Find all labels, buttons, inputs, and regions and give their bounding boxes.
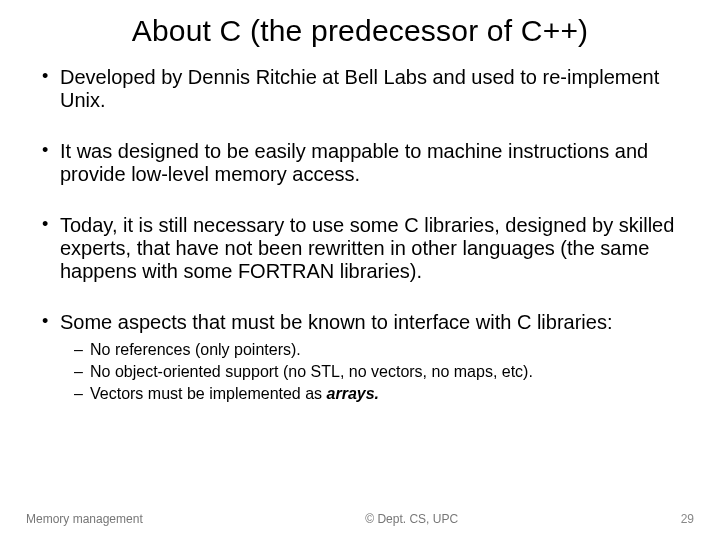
sub-bullet-text: Vectors must be implemented as xyxy=(90,385,327,402)
bullet-text: Today, it is still necessary to use some… xyxy=(60,214,674,282)
bullet-text: It was designed to be easily mappable to… xyxy=(60,140,648,185)
sub-bullet-item: No references (only pointers). xyxy=(74,340,690,360)
sub-bullet-text: No object-oriented support (no STL, no v… xyxy=(90,363,533,380)
sub-bullet-emph: arrays. xyxy=(327,385,380,402)
slide-footer: Memory management © Dept. CS, UPC 29 xyxy=(0,512,720,526)
footer-left: Memory management xyxy=(26,512,143,526)
sub-bullet-item: Vectors must be implemented as arrays. xyxy=(74,384,690,404)
bullet-item: Developed by Dennis Ritchie at Bell Labs… xyxy=(42,66,690,112)
sub-bullet-list: No references (only pointers). No object… xyxy=(60,340,690,404)
bullet-text: Some aspects that must be known to inter… xyxy=(60,311,612,333)
bullet-text: Developed by Dennis Ritchie at Bell Labs… xyxy=(60,66,659,111)
sub-bullet-item: No object-oriented support (no STL, no v… xyxy=(74,362,690,382)
bullet-item: Some aspects that must be known to inter… xyxy=(42,311,690,404)
footer-center: © Dept. CS, UPC xyxy=(365,512,458,526)
bullet-item: It was designed to be easily mappable to… xyxy=(42,140,690,186)
sub-bullet-text: No references (only pointers). xyxy=(90,341,301,358)
page-number: 29 xyxy=(681,512,694,526)
bullet-item: Today, it is still necessary to use some… xyxy=(42,214,690,283)
bullet-list: Developed by Dennis Ritchie at Bell Labs… xyxy=(30,66,690,404)
slide-title: About C (the predecessor of C++) xyxy=(30,14,690,48)
